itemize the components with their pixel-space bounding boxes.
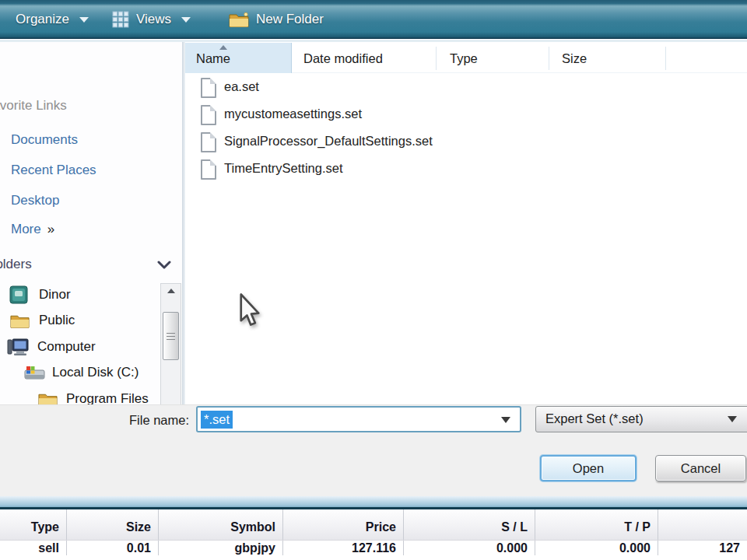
drive-icon bbox=[24, 366, 45, 380]
terminal-orders-table: Type Size Symbol Price S / L T / P sell … bbox=[0, 509, 747, 560]
cancel-button-label: Cancel bbox=[681, 461, 721, 476]
file-type-dropdown[interactable]: Expert Set (*.set) bbox=[535, 406, 747, 432]
cancel-button[interactable]: Cancel bbox=[655, 455, 746, 481]
sidebar-item-documents[interactable]: Documents bbox=[11, 132, 78, 148]
folders-expander[interactable]: Folders bbox=[0, 254, 182, 277]
cursor-arrow-icon bbox=[236, 292, 261, 329]
terminal-column-sl[interactable]: S / L bbox=[403, 509, 535, 540]
computer-icon bbox=[7, 338, 29, 356]
terminal-column-tp[interactable]: T / P bbox=[535, 509, 658, 540]
order-sl: 0.000 bbox=[403, 541, 535, 555]
column-header-name[interactable]: Name bbox=[185, 43, 292, 73]
tree-item-label: Local Disk (C:) bbox=[52, 365, 139, 380]
order-size: 0.01 bbox=[66, 541, 158, 555]
document-icon bbox=[201, 159, 216, 180]
terminal-column-symbol[interactable]: Symbol bbox=[158, 509, 282, 540]
sidebar-item-recent-places[interactable]: Recent Places bbox=[11, 163, 96, 178]
file-name-input[interactable]: *.set bbox=[196, 406, 521, 432]
file-name-label: TimeEntrySetting.set bbox=[224, 161, 343, 176]
views-label: Views bbox=[136, 12, 171, 27]
chevron-down-icon bbox=[157, 261, 171, 270]
new-folder-label: New Folder bbox=[256, 12, 324, 27]
double-chevron-icon: » bbox=[47, 222, 55, 236]
organize-button[interactable]: Organize bbox=[8, 6, 96, 33]
navigation-sidebar: Favorite Links Documents Recent Places D… bbox=[0, 42, 182, 404]
organize-label: Organize bbox=[16, 12, 69, 27]
document-icon bbox=[201, 78, 216, 98]
terminal-column-size[interactable]: Size bbox=[66, 509, 158, 540]
file-row[interactable]: mycustomeasettings.set bbox=[185, 102, 747, 129]
document-icon bbox=[201, 105, 216, 125]
folder-icon bbox=[10, 313, 30, 329]
scrollbar-thumb[interactable] bbox=[163, 312, 179, 360]
file-name-label: mycustomeasettings.set bbox=[224, 107, 362, 121]
column-header-row: Name Date modified Type Size bbox=[185, 43, 747, 73]
file-list-pane: Name Date modified Type Size ea.set mycu… bbox=[185, 42, 747, 404]
tree-item-label: Computer bbox=[37, 339, 96, 355]
order-tp: 0.000 bbox=[535, 541, 658, 555]
user-folder-icon bbox=[9, 285, 28, 304]
file-row[interactable]: ea.set bbox=[185, 75, 747, 102]
folders-header: Folders bbox=[0, 257, 32, 272]
tree-item-label: Dinor bbox=[39, 287, 71, 303]
more-label: More bbox=[11, 222, 41, 236]
column-header-date-modified[interactable]: Date modified bbox=[303, 51, 383, 66]
combo-dropdown-icon bbox=[728, 416, 737, 422]
views-button[interactable]: Views bbox=[104, 6, 198, 33]
file-name-label-text: File name: bbox=[109, 413, 189, 428]
document-icon bbox=[201, 132, 216, 152]
open-file-dialog: Organize Views New Folder bbox=[0, 0, 747, 560]
open-button-label: Open bbox=[573, 461, 604, 476]
terminal-column-price[interactable]: Price bbox=[282, 509, 403, 540]
order-symbol: gbpjpy bbox=[158, 541, 282, 555]
new-folder-icon bbox=[229, 12, 249, 28]
favorite-links-header: Favorite Links bbox=[0, 98, 67, 114]
dialog-footer: File name: *.set Expert Set (*.set) Open… bbox=[0, 404, 747, 496]
terminal-order-row[interactable]: sell 0.01 gbpjpy 127.116 0.000 0.000 127 bbox=[0, 541, 747, 555]
order-current-price: 127 bbox=[658, 541, 747, 555]
more-links-button[interactable]: More» bbox=[11, 222, 55, 237]
column-header-type[interactable]: Type bbox=[450, 51, 478, 66]
file-name-label: ea.set bbox=[224, 79, 259, 94]
column-header-label: Name bbox=[196, 51, 230, 66]
views-grid-icon bbox=[112, 11, 129, 28]
terminal-column-clipped[interactable] bbox=[658, 509, 747, 540]
open-button[interactable]: Open bbox=[540, 455, 637, 481]
file-type-selected: Expert Set (*.set) bbox=[545, 411, 644, 426]
new-folder-button[interactable]: New Folder bbox=[221, 6, 331, 33]
file-row[interactable]: SignalProcessor_DefaultSettings.set bbox=[185, 129, 747, 156]
chevron-down-icon bbox=[79, 17, 89, 23]
sort-ascending-icon bbox=[219, 45, 227, 50]
file-name-label: SignalProcessor_DefaultSettings.set bbox=[224, 134, 433, 149]
order-type: sell bbox=[0, 541, 66, 555]
scrollbar-up-icon[interactable] bbox=[161, 284, 181, 298]
order-price: 127.116 bbox=[282, 541, 403, 555]
chevron-down-icon bbox=[181, 17, 191, 23]
terminal-column-type[interactable]: Type bbox=[0, 509, 66, 540]
window-bottom-frame bbox=[0, 496, 747, 509]
combo-dropdown-icon[interactable] bbox=[501, 417, 510, 423]
tree-item-label: Public bbox=[39, 313, 75, 328]
sidebar-item-desktop[interactable]: Desktop bbox=[11, 193, 59, 208]
command-toolbar: Organize Views New Folder bbox=[0, 0, 747, 39]
terminal-header-row: Type Size Symbol Price S / L T / P bbox=[0, 509, 747, 541]
column-header-size[interactable]: Size bbox=[562, 51, 587, 66]
file-name-value-selected: *.set bbox=[201, 411, 233, 429]
file-row[interactable]: TimeEntrySetting.set bbox=[185, 156, 747, 184]
